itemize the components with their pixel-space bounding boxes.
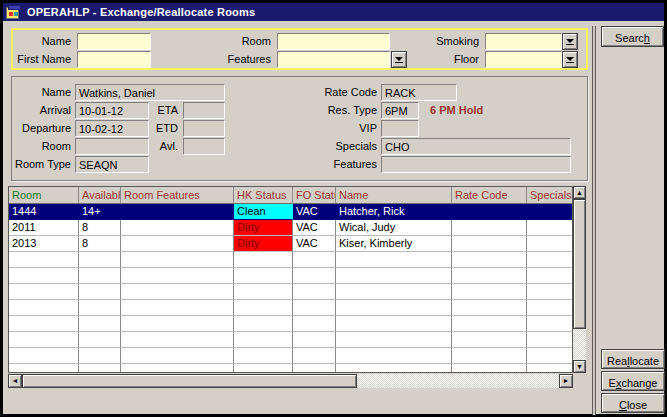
detail-features-label: Features — [297, 156, 377, 173]
cell-empty — [527, 364, 572, 373]
room-type-label: Room Type — [13, 156, 71, 173]
res-type-field: 6PM — [381, 102, 419, 119]
arrival-label: Arrival — [13, 102, 71, 119]
cell-room: 2011 — [9, 220, 79, 236]
column-header-fo-status[interactable]: FO Status — [293, 187, 336, 204]
column-header-available[interactable]: Available — [79, 187, 121, 204]
reallocate-button[interactable]: Reallocate — [601, 349, 665, 369]
name-input[interactable] — [77, 33, 151, 50]
cell-empty — [234, 268, 293, 284]
first-name-input[interactable] — [77, 51, 151, 68]
exchange-label-pre: E — [609, 377, 616, 389]
column-header-name[interactable]: Name — [336, 187, 452, 204]
reallocate-label-pre: Rea — [607, 355, 627, 367]
cell-empty — [79, 348, 121, 364]
chevron-underline — [566, 44, 574, 45]
cell-empty — [336, 348, 452, 364]
cell-empty — [293, 348, 336, 364]
cell-empty — [293, 268, 336, 284]
reallocate-label-post: locate — [630, 355, 659, 367]
room-input[interactable] — [277, 33, 390, 50]
cell-hk-status: Dirty — [234, 236, 293, 252]
smoking-lov-button[interactable] — [562, 33, 578, 50]
cell-room-features — [121, 220, 234, 236]
arrow-right-icon: ► — [563, 377, 570, 384]
table-row[interactable]: 1444 14+ Clean VAC Hatcher, Rick — [9, 204, 572, 220]
cell-rate-code — [452, 204, 527, 220]
cell-empty — [452, 252, 527, 268]
cell-empty — [452, 348, 527, 364]
arrow-up-icon: ▲ — [576, 189, 583, 196]
cell-empty — [527, 252, 572, 268]
window-title: OPERAHLP - Exchange/Reallocate Rooms — [27, 6, 255, 18]
avl-label: Avl. — [142, 138, 178, 155]
cell-empty — [452, 332, 527, 348]
floor-input[interactable] — [485, 51, 562, 68]
table-row[interactable]: 2013 8 Dirty VAC Kiser, Kimberly — [9, 236, 572, 252]
horizontal-scrollbar: ◄ ► — [8, 374, 573, 388]
etd-field — [183, 120, 225, 137]
column-header-room[interactable]: Room — [9, 187, 79, 204]
panel-divider — [592, 26, 596, 415]
eta-label: ETA — [142, 102, 178, 119]
column-header-rate-code[interactable]: Rate Code — [452, 187, 527, 204]
search-panel: Name Room Smoking First Name Features Fl… — [11, 28, 588, 70]
detail-room-label: Room — [13, 138, 71, 155]
cell-empty — [121, 316, 234, 332]
cell-empty — [452, 284, 527, 300]
cell-empty — [9, 284, 79, 300]
chevron-underline — [566, 62, 574, 63]
cell-empty — [79, 300, 121, 316]
detail-name-field: Watkins, Daniel — [75, 84, 225, 101]
features-input[interactable] — [277, 51, 390, 68]
cell-name: Kiser, Kimberly — [336, 236, 452, 252]
search-button[interactable]: Search — [601, 26, 664, 47]
cell-empty — [234, 332, 293, 348]
vertical-scroll-thumb[interactable] — [573, 199, 586, 329]
app-window: OPERAHLP - Exchange/Reallocate Rooms Nam… — [0, 0, 667, 417]
table-row-empty — [9, 284, 572, 300]
cell-empty — [336, 252, 452, 268]
title-bar[interactable]: OPERAHLP - Exchange/Reallocate Rooms — [3, 3, 664, 21]
column-header-specials[interactable]: Specials — [527, 187, 572, 204]
column-header-hk-status[interactable]: HK Status — [234, 187, 293, 204]
scroll-down-button[interactable]: ▼ — [573, 360, 586, 373]
column-header-room-features[interactable]: Room Features — [121, 187, 234, 204]
table-row-empty — [9, 364, 572, 373]
cell-empty — [234, 284, 293, 300]
cell-empty — [293, 252, 336, 268]
scroll-right-button[interactable]: ► — [559, 374, 573, 388]
cell-empty — [9, 268, 79, 284]
chevron-down-icon — [566, 57, 574, 61]
table-row-empty — [9, 268, 572, 284]
smoking-input[interactable] — [485, 33, 562, 50]
close-button[interactable]: Close — [601, 393, 665, 413]
cell-room-features — [121, 204, 234, 220]
cell-empty — [9, 332, 79, 348]
specials-field: CHO — [381, 138, 571, 155]
room-type-field: SEAQN — [75, 156, 149, 173]
scroll-left-button[interactable]: ◄ — [8, 374, 22, 388]
res-type-label: Res. Type — [297, 102, 377, 119]
cell-empty — [527, 332, 572, 348]
exchange-label-post: change — [621, 377, 657, 389]
search-button-label-pre: Searc — [615, 32, 644, 44]
horizontal-scroll-thumb[interactable] — [22, 374, 357, 388]
table-row-empty — [9, 348, 572, 364]
table-row[interactable]: 2011 8 Dirty VAC Wical, Judy — [9, 220, 572, 236]
table-row-empty — [9, 316, 572, 332]
cell-empty — [121, 268, 234, 284]
floor-lov-button[interactable] — [562, 51, 578, 68]
vip-label: VIP — [297, 120, 377, 137]
rooms-table: Room Available Room Features HK Status F… — [8, 186, 573, 373]
exchange-button[interactable]: Exchange — [601, 371, 665, 391]
cell-empty — [79, 252, 121, 268]
cell-empty — [527, 284, 572, 300]
cell-empty — [121, 332, 234, 348]
scroll-up-button[interactable]: ▲ — [573, 186, 586, 199]
cell-empty — [293, 332, 336, 348]
cell-empty — [121, 284, 234, 300]
cell-empty — [9, 316, 79, 332]
cell-specials — [527, 236, 572, 252]
etd-label: ETD — [142, 120, 178, 137]
